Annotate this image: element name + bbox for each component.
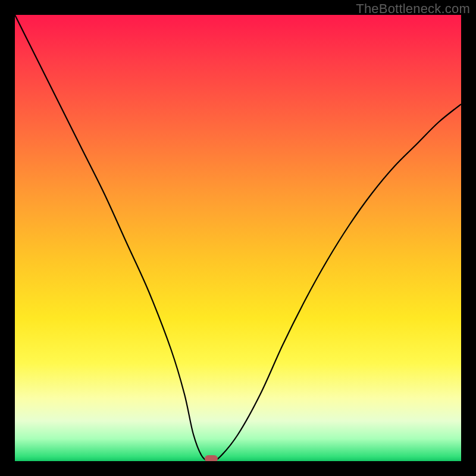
chart-frame: TheBottleneck.com: [0, 0, 476, 476]
optimal-marker: [205, 455, 218, 461]
curve-path: [15, 15, 461, 461]
plot-area: [15, 15, 461, 461]
bottleneck-curve: [15, 15, 461, 461]
